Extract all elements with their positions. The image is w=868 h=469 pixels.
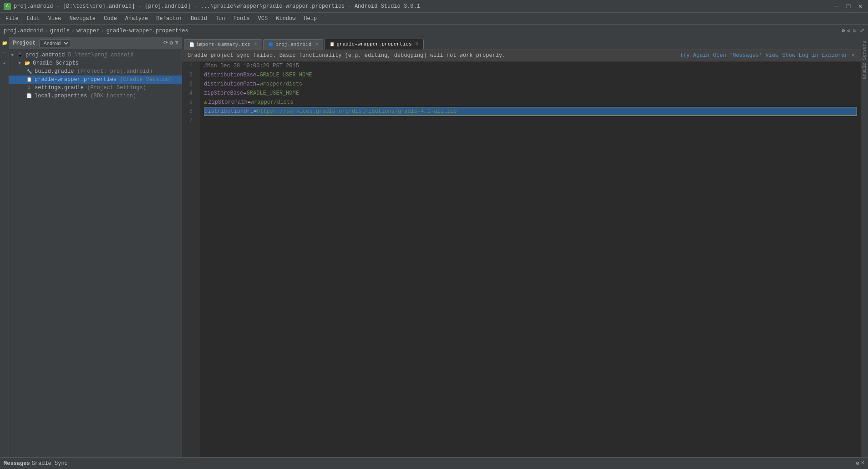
menu-window[interactable]: Window xyxy=(272,15,299,23)
line-num-6: 6 xyxy=(182,107,196,116)
project-icon[interactable]: 📁 xyxy=(0,39,9,47)
menu-tools[interactable]: Tools xyxy=(230,15,254,23)
line-num-1: 1 xyxy=(182,61,196,71)
tree-item-gradle-wrapper[interactable]: 📋 gradle-wrapper.properties (Gradle Vers… xyxy=(9,76,182,84)
val-distributionBase: GRADLE_USER_HOME xyxy=(259,71,312,80)
line-num-5: 5 xyxy=(182,98,196,107)
tree-item-gradle-scripts[interactable]: ▼ 📂 Gradle Scripts xyxy=(9,59,182,67)
menu-file[interactable]: File xyxy=(2,15,22,23)
try-again-link[interactable]: Try Again xyxy=(680,52,710,59)
tree-item-settings-gradle[interactable]: ⚙ settings.gradle (Project Settings) xyxy=(9,84,182,92)
gradle-scripts-label: Gradle Scripts xyxy=(33,60,79,66)
folder-icon: 📂 xyxy=(24,60,31,66)
settings-bottom-icon[interactable]: ⚙ xyxy=(856,460,859,467)
proj-android-icon: 🔵 xyxy=(268,42,274,47)
menu-analyze[interactable]: Analyze xyxy=(122,15,152,23)
tab-gradle-wrapper-close[interactable]: × xyxy=(415,41,418,47)
bottom-panel-actions: ⚙ × xyxy=(856,460,864,467)
app-icon: A xyxy=(4,3,11,10)
tree-item-root[interactable]: ▼ 📱 proj.android D:\test\proj.android xyxy=(9,51,182,59)
menu-edit[interactable]: Edit xyxy=(23,15,44,23)
line-num-2: 2 xyxy=(182,71,196,80)
menu-run[interactable]: Run xyxy=(212,15,229,23)
code-line-3: distributionPath=wrapper/dists xyxy=(204,80,857,89)
bottom-panel-gradle-sync[interactable]: Gradle Sync xyxy=(32,460,68,467)
bottom-panel-header: Messages Gradle Sync ⚙ × xyxy=(0,458,868,469)
key-distributionBase: distributionBase xyxy=(204,71,256,80)
title-bar: A proj.android - [D:\test\proj.android] … xyxy=(0,0,868,13)
tab-import-summary-close[interactable]: × xyxy=(254,41,257,48)
notification-close[interactable]: × xyxy=(852,52,855,59)
code-line-2: distributionBase=GRADLE_USER_HOME xyxy=(204,71,857,80)
main-layout: 📁 ≡ ★ Project Android Project ⟳ ⚙ ⊞ ▼ 📱 … xyxy=(0,37,868,457)
line-num-3: 3 xyxy=(182,80,196,89)
close-button[interactable]: ✕ xyxy=(856,2,864,10)
title-text: proj.android - [D:\test\proj.android] - … xyxy=(14,3,420,10)
tab-gradle-wrapper-label: gradle-wrapper.properties xyxy=(336,41,411,47)
gradle-servers-label[interactable]: Gradle Servers xyxy=(862,41,867,79)
code-line-1: #Mon Dec 28 10:00:20 PST 2015 xyxy=(204,61,857,71)
project-icon-tree: 📱 xyxy=(16,52,24,58)
gradle-wrapper-icon: 📋 xyxy=(25,76,33,83)
bottom-panel-messages[interactable]: Messages xyxy=(4,460,30,467)
tab-proj-android[interactable]: 🔵 proj.android × xyxy=(263,39,323,50)
tab-gradle-wrapper[interactable]: 📋 gradle-wrapper.properties × xyxy=(324,39,423,50)
menu-code[interactable]: Code xyxy=(100,15,121,23)
close-bottom-icon[interactable]: × xyxy=(861,460,864,467)
settings-gradle-sublabel: (Project Settings) xyxy=(84,85,146,91)
menu-refactor[interactable]: Refactor xyxy=(152,15,186,23)
val-distributionPath: wrapper/dists xyxy=(259,80,302,89)
gradle-wrapper-sublabel: (Gradle Version) xyxy=(117,76,172,83)
sync-icon[interactable]: ⟳ xyxy=(163,40,168,46)
breadcrumb-proj-android[interactable]: proj.android xyxy=(4,28,43,34)
structure-icon[interactable]: ≡ xyxy=(0,49,9,57)
tab-bar: 📄 import-summary.txt × 🔵 proj.android × … xyxy=(182,37,861,50)
val-zipStoreBase: GRADLE_USER_HOME xyxy=(247,89,299,98)
local-properties-icon: 📄 xyxy=(25,93,33,99)
gear-icon[interactable]: ⚙ xyxy=(170,40,173,46)
code-line-5: ⚠zipStorePath=wrapper/dists xyxy=(204,98,857,107)
left-sidebar-icons: 📁 ≡ ★ xyxy=(0,37,9,457)
warning-icon: ⚠ xyxy=(204,98,207,107)
tree-arrow-root[interactable]: ▼ xyxy=(11,53,16,58)
maximize-button[interactable]: □ xyxy=(844,2,853,10)
tab-import-summary-label: import-summary.txt xyxy=(196,42,250,47)
project-panel-title: Project xyxy=(13,40,36,46)
project-view-dropdown[interactable]: Android Project xyxy=(39,39,70,47)
key-distributionUrl: distributionUrl xyxy=(204,107,254,116)
settings-gradle-icon: ⚙ xyxy=(25,85,33,91)
expand-icon[interactable]: ⊞ xyxy=(175,40,178,46)
code-content[interactable]: #Mon Dec 28 10:00:20 PST 2015 distributi… xyxy=(200,61,861,457)
menu-help[interactable]: Help xyxy=(300,15,320,23)
tree-arrow-gradle[interactable]: ▼ xyxy=(18,61,24,66)
line-numbers: 1 2 3 4 5 6 7 xyxy=(182,61,200,457)
tab-import-summary[interactable]: 📄 import-summary.txt × xyxy=(184,39,262,50)
menu-navigate[interactable]: Navigate xyxy=(66,15,99,23)
key-zipStoreBase: zipStoreBase xyxy=(204,89,243,98)
gradle-wrapper-label: gradle-wrapper.properties xyxy=(35,76,117,83)
build-gradle-label: build.gradle xyxy=(35,68,74,75)
notification-actions: Try Again Open 'Messages' View Show Log … xyxy=(680,52,848,59)
minimize-button[interactable]: ─ xyxy=(832,2,841,10)
menu-vcs[interactable]: VCS xyxy=(254,15,272,23)
breadcrumb-file[interactable]: gradle-wrapper.properties xyxy=(107,28,188,34)
editor-area: 📄 import-summary.txt × 🔵 proj.android × … xyxy=(182,37,861,457)
settings-gradle-label: settings.gradle xyxy=(35,85,84,91)
comment-text: #Mon Dec 28 10:00:20 PST 2015 xyxy=(204,61,299,71)
show-log-link[interactable]: Show Log in Explorer xyxy=(782,52,848,59)
root-path: D:\test\proj.android xyxy=(65,52,133,58)
tab-proj-android-close[interactable]: × xyxy=(315,41,318,48)
tree-item-build-gradle[interactable]: 🔧 build.gradle (Project: proj.android) xyxy=(9,67,182,76)
favorites-icon[interactable]: ★ xyxy=(0,59,9,67)
menu-view[interactable]: View xyxy=(45,15,65,23)
settings-icon[interactable]: ⚙ xyxy=(842,27,845,34)
tree-item-local-properties[interactable]: 📄 local.properties (SDK Location) xyxy=(9,92,182,100)
val-distributionUrl: https\://services.gradle.org/distributio… xyxy=(257,107,457,116)
open-messages-link[interactable]: Open 'Messages' View xyxy=(713,52,779,59)
breadcrumb-wrapper[interactable]: wrapper xyxy=(76,28,99,34)
code-line-7 xyxy=(204,116,857,125)
code-editor: 1 2 3 4 5 6 7 #Mon Dec 28 10:00:20 PST 2… xyxy=(182,61,861,457)
breadcrumb-gradle[interactable]: gradle xyxy=(50,28,70,34)
window-controls: ─ □ ✕ xyxy=(832,2,864,10)
menu-build[interactable]: Build xyxy=(187,15,211,23)
